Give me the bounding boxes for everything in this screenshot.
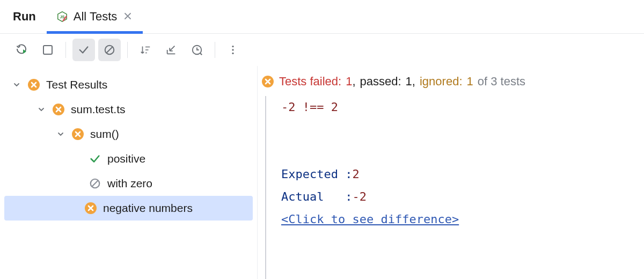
show-passed-button[interactable] [72, 39, 95, 61]
status-ignored-icon [88, 177, 102, 190]
show-ignored-button[interactable] [98, 39, 121, 61]
close-icon[interactable] [122, 10, 133, 24]
import-tests-button[interactable] [160, 39, 182, 61]
svg-point-5 [232, 49, 233, 50]
status-fail-icon [52, 102, 65, 116]
summary-ignored-count: 1 [467, 75, 473, 89]
stop-button[interactable] [36, 39, 59, 61]
chevron-down-icon [12, 80, 21, 90]
tab-label: All Tests [74, 10, 118, 24]
tree-root[interactable]: Test Results [0, 72, 257, 97]
status-fail-icon [71, 127, 85, 141]
chevron-down-icon [36, 105, 46, 114]
tool-window-tabbar: Run JS All Tests [0, 0, 644, 34]
tree-test-positive[interactable]: positive [0, 146, 257, 171]
tree-test-label: positive [107, 152, 145, 165]
tree-file[interactable]: sum.test.ts [0, 97, 257, 122]
summary-failed-count: 1 [346, 75, 352, 88]
separator [65, 42, 66, 58]
test-toolbar [0, 34, 644, 66]
separator [127, 42, 128, 58]
summary-passed-count: 1 [406, 75, 412, 88]
status-fail-icon [27, 78, 41, 92]
status-pass-icon [88, 152, 102, 166]
test-console-output[interactable]: -2 !== 2 Expected :2 Actual :-2 <Click t… [265, 96, 644, 279]
tree-test-with-zero[interactable]: with zero [0, 171, 257, 196]
console-actual-value: -2 [352, 190, 367, 203]
tab-all-tests[interactable]: JS All Tests [47, 0, 143, 33]
separator [215, 42, 215, 58]
summary-passed-label: passed: [360, 75, 401, 89]
svg-point-4 [232, 46, 233, 47]
test-history-button[interactable] [186, 39, 208, 61]
tree-suite[interactable]: sum() [0, 122, 257, 146]
more-actions-button[interactable] [222, 39, 244, 61]
console-expected-label: Expected : [281, 167, 352, 181]
console-actual-label: Actual : [281, 190, 352, 203]
see-difference-link[interactable]: <Click to see difference> [281, 212, 459, 226]
tree-test-label: with zero [107, 177, 152, 190]
summary-ignored-label: ignored: [420, 75, 463, 89]
status-fail-icon [261, 75, 275, 89]
test-tree[interactable]: Test Results sum.test.ts sum() [0, 66, 258, 279]
tree-test-label: negative numbers [103, 202, 193, 215]
tree-root-label: Test Results [46, 78, 107, 91]
summary-failed-label: Tests failed: [279, 75, 341, 89]
svg-point-6 [232, 53, 233, 54]
console-expected-value: 2 [352, 167, 359, 181]
test-summary: Tests failed: 1, passed: 1, ignored: 1 o… [258, 66, 644, 96]
console-assertion: -2 !== 2 [281, 100, 338, 114]
sort-button[interactable] [134, 39, 157, 61]
test-detail-pane: Tests failed: 1, passed: 1, ignored: 1 o… [258, 66, 644, 279]
status-fail-icon [84, 201, 98, 215]
nodejs-icon: JS [56, 11, 68, 23]
chevron-down-icon [56, 129, 65, 139]
summary-of-label: of 3 tests [478, 75, 525, 89]
svg-rect-1 [43, 46, 52, 54]
tree-test-negative-numbers[interactable]: negative numbers [4, 196, 253, 221]
tree-file-label: sum.test.ts [71, 103, 126, 116]
rerun-button[interactable] [11, 39, 33, 61]
main-split: Test Results sum.test.ts sum() [0, 66, 644, 279]
tool-window-title: Run [11, 0, 46, 33]
tree-suite-label: sum() [90, 128, 119, 141]
